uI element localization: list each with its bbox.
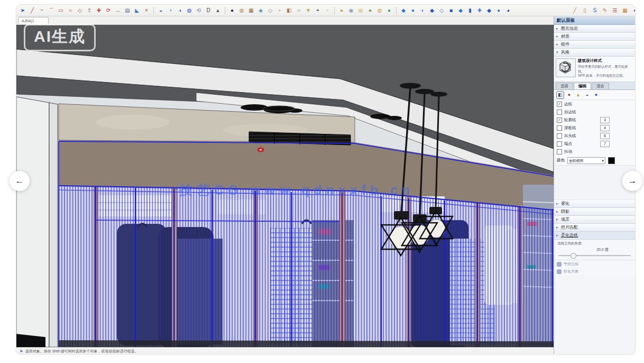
tray-title[interactable]: 默认面板 bbox=[554, 16, 635, 25]
watermark-settings-icon[interactable]: ◒ bbox=[584, 92, 591, 98]
panel-tool-doc-icon[interactable]: ▯ bbox=[581, 6, 589, 15]
tool-section-plane-icon[interactable]: ◣ bbox=[133, 6, 141, 15]
tray-bottom-section-header[interactable]: ▸照片匹配 bbox=[554, 224, 635, 232]
tray-top-section-header[interactable]: ▸材质 bbox=[554, 33, 635, 41]
tool-tape-measure-icon[interactable]: ▤ bbox=[123, 6, 132, 15]
edge-settings-icon[interactable]: ◧ bbox=[557, 92, 564, 98]
number-input[interactable]: 6 bbox=[600, 133, 610, 139]
layer-manager-icon[interactable]: ● bbox=[366, 6, 374, 15]
checkbox[interactable] bbox=[557, 133, 562, 139]
checkbox[interactable]: ✓ bbox=[557, 117, 562, 123]
slider-knob[interactable] bbox=[571, 253, 576, 259]
toolbar-separator bbox=[396, 7, 397, 14]
scene-update-icon[interactable]: ◉ bbox=[347, 6, 355, 15]
edge-color-swatch[interactable] bbox=[608, 157, 615, 164]
tool-circle-icon[interactable]: ○ bbox=[66, 6, 75, 15]
style-hidden-line-icon[interactable]: ◍ bbox=[237, 6, 246, 15]
plugin-tool-8-icon[interactable]: ▮ bbox=[466, 6, 474, 15]
style-tab-编辑[interactable]: 编辑 bbox=[574, 83, 591, 89]
view-front-icon[interactable]: ▫ bbox=[323, 6, 332, 15]
plugin-tool-5-icon[interactable]: ◇ bbox=[437, 6, 446, 15]
tool-eraser-icon[interactable]: × bbox=[142, 6, 151, 15]
view-iso-icon[interactable]: ▼ bbox=[304, 6, 312, 15]
edge-color-dropdown[interactable]: 全部相同 ▾ bbox=[567, 157, 605, 164]
tray-top-section-header[interactable]: ▾风格 bbox=[554, 49, 635, 57]
tool-move-icon[interactable]: ✚ bbox=[95, 6, 103, 15]
camera-zoom-extents-icon[interactable]: ◍ bbox=[185, 6, 194, 15]
style-textured-icon[interactable]: ◈ bbox=[256, 6, 265, 15]
scene-add-icon[interactable]: ● bbox=[337, 6, 346, 15]
view-top-icon[interactable]: ◓ bbox=[314, 6, 322, 15]
plugin-tool-10-icon[interactable]: ◆ bbox=[485, 6, 493, 15]
plugin-tool-4-icon[interactable]: ◆ bbox=[428, 6, 436, 15]
panel-tool-pen-icon[interactable]: ✎ bbox=[601, 6, 609, 15]
tray-top-section-header[interactable]: ▸组件 bbox=[554, 41, 635, 49]
number-input[interactable]: 3 bbox=[600, 117, 610, 123]
checkbox[interactable] bbox=[557, 125, 562, 131]
tray-bottom-section-header[interactable]: ▸雾化 bbox=[554, 200, 635, 208]
plugin-tool-12-icon[interactable]: ◕ bbox=[504, 6, 512, 15]
checkbox[interactable]: ✓ bbox=[557, 102, 562, 107]
camera-lock-icon[interactable]: ▲ bbox=[214, 6, 222, 15]
component-browser-icon[interactable]: ● bbox=[385, 6, 393, 15]
camera-orbit-icon[interactable]: ◒ bbox=[157, 6, 165, 15]
carousel-prev-button[interactable]: ← bbox=[10, 171, 30, 191]
panel-tool-list-icon[interactable]: ☰ bbox=[611, 6, 619, 15]
tool-arc-icon[interactable]: ⌒ bbox=[47, 6, 56, 15]
style-wireframe-icon[interactable]: ● bbox=[228, 6, 236, 15]
style-xray-icon[interactable]: ▪ bbox=[275, 6, 284, 15]
panel-tool-grid-icon[interactable]: ▦ bbox=[621, 6, 629, 15]
plugin-tool-11-icon[interactable]: ● bbox=[494, 6, 503, 15]
plugin-tool-1-icon[interactable]: ◆ bbox=[399, 6, 408, 15]
fog-toggle-icon[interactable]: ○ bbox=[295, 6, 303, 15]
camera-standard-icon[interactable]: D bbox=[204, 6, 213, 15]
tool-rectangle-icon[interactable]: ▭ bbox=[57, 6, 65, 15]
panel-tool-line-icon[interactable]: ╱ bbox=[571, 6, 579, 15]
checkbox[interactable] bbox=[557, 110, 562, 115]
number-input[interactable]: 4 bbox=[600, 125, 610, 131]
plugin-tool-7-icon[interactable]: ◆ bbox=[456, 6, 465, 15]
plugin-tool-2-icon[interactable]: ● bbox=[409, 6, 417, 15]
checkbox[interactable] bbox=[557, 141, 562, 147]
panel-tool-s-icon[interactable]: S bbox=[591, 6, 599, 15]
carousel-next-button[interactable]: → bbox=[622, 171, 642, 191]
panel-tool-sphere-icon[interactable]: ● bbox=[631, 6, 636, 15]
tool-pushpull-icon[interactable]: ⇧ bbox=[85, 6, 94, 15]
soften-coplanar-row[interactable]: 软化共面 bbox=[554, 268, 635, 275]
tray-top-section-header[interactable]: ▸图元信息 bbox=[554, 25, 635, 33]
number-input[interactable]: 7 bbox=[600, 141, 610, 147]
edge-color-label: 颜色 bbox=[557, 158, 565, 163]
tool-rotate-icon[interactable]: ⟳ bbox=[104, 6, 113, 15]
tray-bottom-section-header[interactable]: ▸柔化边线 bbox=[554, 232, 635, 240]
camera-previous-icon[interactable]: ⟲ bbox=[195, 6, 203, 15]
tool-scale-icon[interactable]: ↔ bbox=[114, 6, 122, 15]
tool-line-icon[interactable]: ╱ bbox=[28, 6, 36, 15]
tray-bottom-section-header[interactable]: ▸场景 bbox=[554, 216, 635, 224]
camera-pan-icon[interactable]: ◔ bbox=[166, 6, 174, 15]
style-shaded-icon[interactable]: ▦ bbox=[247, 6, 255, 15]
plugin-tool-6-icon[interactable]: ■ bbox=[447, 6, 455, 15]
material-browser-icon[interactable]: ◍ bbox=[375, 6, 384, 15]
viewport-canvas[interactable]: AJN4(1 技艺CG www.qdnxxfb.cn AI生成 bbox=[16, 16, 554, 347]
style-tab-选择[interactable]: 选择 bbox=[556, 83, 573, 89]
tool-select-icon[interactable]: ➤ bbox=[19, 6, 27, 15]
style-monochrome-icon[interactable]: ◇ bbox=[266, 6, 274, 15]
plugin-tool-3-icon[interactable]: ◗ bbox=[418, 6, 427, 15]
style-name: 建筑设计样式 bbox=[578, 58, 633, 63]
tool-polygon-icon[interactable]: ◇ bbox=[76, 6, 84, 15]
scene-manager-icon[interactable]: ◎ bbox=[356, 6, 365, 15]
face-settings-icon[interactable]: ● bbox=[566, 92, 573, 98]
smooth-normals-row[interactable]: 平滑法线 bbox=[554, 260, 635, 268]
scene-tab[interactable]: AJN4(1 bbox=[18, 17, 49, 24]
modeling-settings-icon[interactable]: ● bbox=[593, 92, 600, 98]
soften-angle-slider[interactable] bbox=[557, 253, 632, 258]
camera-zoom-icon[interactable]: ◑ bbox=[176, 6, 184, 15]
tool-freehand-icon[interactable]: ~ bbox=[38, 6, 46, 15]
style-tab-混合[interactable]: 混合 bbox=[592, 83, 609, 89]
style-thumbnail[interactable] bbox=[556, 58, 576, 77]
plugin-tool-9-icon[interactable]: ✚ bbox=[475, 6, 484, 15]
checkbox[interactable] bbox=[557, 149, 562, 155]
tray-bottom-section-header[interactable]: ▸阴影 bbox=[554, 208, 635, 216]
background-settings-icon[interactable]: ▲ bbox=[575, 92, 582, 98]
shadow-toggle-icon[interactable]: ◧ bbox=[285, 6, 293, 15]
